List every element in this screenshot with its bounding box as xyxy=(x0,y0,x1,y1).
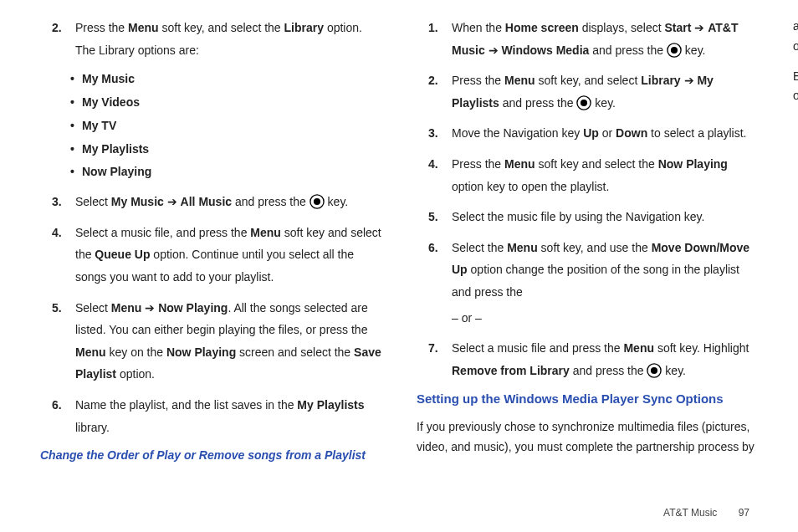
step-number: 1. xyxy=(793,116,798,139)
text: soft key. Highlight xyxy=(654,341,749,355)
step-number: 7. xyxy=(417,337,452,381)
text: soft key and select the xyxy=(535,157,658,171)
bold: Up xyxy=(583,126,599,140)
text: Select xyxy=(75,301,111,315)
bold: Remove from Library xyxy=(452,364,570,377)
bold: Menu xyxy=(75,345,106,359)
step-2: 2. Press the Menu soft key, and select t… xyxy=(40,17,381,61)
bullet-mark: • xyxy=(70,69,82,90)
bold: Now Playing xyxy=(158,301,228,315)
step-number: 5. xyxy=(40,297,75,386)
text: and press the xyxy=(589,43,667,57)
text: library. xyxy=(75,421,110,434)
bullet-mark: • xyxy=(70,162,82,182)
step-7-right: 7. Select a music file and press the Men… xyxy=(417,337,758,381)
bullet-my-tv: •My TV xyxy=(40,116,381,136)
bullet-label: My Videos xyxy=(82,93,140,113)
center-key-icon xyxy=(576,95,591,110)
step-4-right: 4. Press the Menu soft key and select th… xyxy=(417,153,758,197)
bullet-label: My Music xyxy=(82,69,135,90)
arrow-icon: ➔ xyxy=(164,195,181,208)
step-body: Select the music file by using the Navig… xyxy=(452,206,758,228)
step-1-change: 1. When the Home screen displays, select… xyxy=(417,17,758,61)
step-body: Select the Menu soft key, and use the Mo… xyxy=(452,237,758,329)
step-body: When the Home screen displays, select St… xyxy=(452,17,758,61)
bold: Menu xyxy=(504,157,535,171)
step-4: 4. Select a music file, and press the Me… xyxy=(40,222,381,289)
bullet-mark: • xyxy=(70,116,82,136)
text: and press the xyxy=(232,195,309,208)
text: Press the xyxy=(452,157,504,171)
paragraph: Before continuing with this process, dow… xyxy=(793,67,798,107)
bullet-mark: • xyxy=(70,140,82,160)
bold: Menu xyxy=(111,301,142,315)
bullet-label: Now Playing xyxy=(82,162,151,182)
step-body: Select Menu ➔ Now Playing. All the songs… xyxy=(75,297,381,386)
bold: Queue Up xyxy=(95,248,150,261)
step-number: 3. xyxy=(417,122,452,145)
step-number: 4. xyxy=(40,222,75,289)
step-1-sync: 1. From within the Synchronized items fi… xyxy=(793,116,798,139)
bullet-my-playlists: •My Playlists xyxy=(40,140,381,160)
bold: Home screen xyxy=(505,21,579,34)
step-number: 6. xyxy=(417,237,452,329)
bold: Now Playing xyxy=(658,157,728,171)
step-3: 3. Select My Music ➔ All Music and press… xyxy=(40,191,381,213)
bold: Library xyxy=(641,74,680,87)
bullet-label: My Playlists xyxy=(82,140,149,160)
step-body: Name the playlist, and the list saves in… xyxy=(75,394,381,438)
bold: Menu xyxy=(507,241,538,254)
bold: Menu xyxy=(250,226,281,239)
footer-page-number: 97 xyxy=(739,507,749,519)
arrow-icon: ➔ xyxy=(485,43,502,57)
section-heading-sync: Setting up the Windows Media Player Sync… xyxy=(417,390,758,409)
bold: My Playlists xyxy=(297,398,364,412)
step-body: Move the Navigation key Up or Down to se… xyxy=(452,122,758,145)
text: option change the position of the song i… xyxy=(452,263,739,299)
step-body: Press the Menu soft key and select the N… xyxy=(452,153,758,197)
text: and press the xyxy=(570,364,647,377)
arrow-icon: ➔ xyxy=(691,21,708,34)
bold: Now Playing xyxy=(166,345,236,359)
bullet-my-videos: •My Videos xyxy=(40,93,381,113)
step-number: 3. xyxy=(40,191,75,213)
text: key. xyxy=(591,96,616,110)
text: displays, select xyxy=(579,21,665,34)
step-number: 4. xyxy=(417,153,452,197)
bold: My Music xyxy=(111,195,164,208)
or-divider: – or – xyxy=(452,307,758,330)
text: Select a music file, and press the xyxy=(75,226,250,239)
text: key. xyxy=(682,43,706,57)
text: key on the xyxy=(106,345,166,359)
step-number: 5. xyxy=(417,206,452,228)
text: or xyxy=(599,126,616,140)
bold: Start xyxy=(664,21,691,34)
text: soft key, and select the xyxy=(159,21,284,34)
page-footer: AT&T Music 97 xyxy=(663,507,749,519)
bold: Menu xyxy=(128,21,159,34)
text: key. xyxy=(662,364,686,377)
bold: All Music xyxy=(181,195,232,208)
text: Select a music file and press the xyxy=(452,341,623,355)
step-3-right: 3. Move the Navigation key Up or Down to… xyxy=(417,122,758,145)
step-body: Select My Music ➔ All Music and press th… xyxy=(75,191,381,213)
arrow-icon: ➔ xyxy=(141,301,158,315)
step-body: Press the Menu soft key, and select the … xyxy=(75,17,381,61)
step-6-right: 6. Select the Menu soft key, and use the… xyxy=(417,237,758,329)
bold: Menu xyxy=(623,341,654,355)
text: soft key, and select xyxy=(535,74,642,87)
text: soft key, and use the xyxy=(538,241,652,254)
text: option key to open the playlist. xyxy=(452,180,609,193)
step-2-right: 2. Press the Menu soft key, and select L… xyxy=(417,69,758,114)
arrow-icon: ➔ xyxy=(681,74,698,87)
text: and press the xyxy=(499,96,577,110)
step-5: 5. Select Menu ➔ Now Playing. All the so… xyxy=(40,297,381,386)
text: Press the xyxy=(452,74,504,87)
bullet-my-music: •My Music xyxy=(40,69,381,90)
step-body: Press the Menu soft key, and select Libr… xyxy=(452,69,758,114)
subheading-change-order: Change the Order of Play or Remove songs… xyxy=(40,447,381,464)
step-5-right: 5. Select the music file by using the Na… xyxy=(417,206,758,228)
bold: Menu xyxy=(504,74,535,87)
bullet-mark: • xyxy=(70,93,82,113)
text: Select the music file by using the Navig… xyxy=(452,210,704,223)
